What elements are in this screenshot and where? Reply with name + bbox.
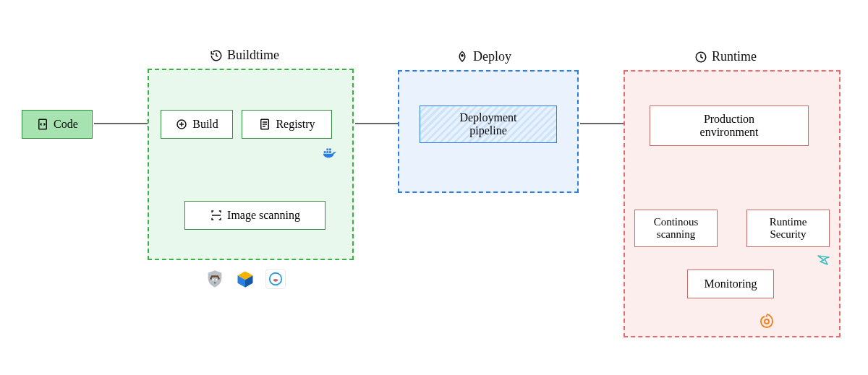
buildtime-panel — [148, 69, 354, 260]
deployment-pipeline-label: Deployment pipeline — [459, 111, 516, 138]
target-plus-icon — [175, 118, 188, 131]
continuous-scanning-node: Continous scanning — [634, 210, 718, 247]
registry-node-label: Registry — [276, 118, 315, 131]
runtime-security-node: Runtime Security — [746, 210, 830, 247]
code-file-icon — [36, 118, 49, 131]
deploy-label: Deploy — [456, 49, 511, 64]
svg-rect-19 — [326, 151, 328, 153]
list-file-icon — [258, 118, 271, 131]
cube-icon — [235, 269, 255, 289]
build-node: Build — [161, 110, 233, 139]
svg-point-30 — [275, 280, 276, 281]
svg-rect-20 — [329, 151, 331, 153]
deploy-label-text: Deploy — [473, 49, 511, 64]
code-node-label: Code — [54, 118, 78, 131]
grafana-icon — [758, 312, 775, 329]
image-scanning-node-label: Image scanning — [227, 209, 300, 222]
svg-point-24 — [213, 279, 214, 280]
runtime-security-label: Runtime Security — [770, 216, 807, 241]
history-icon — [210, 49, 223, 62]
svg-point-25 — [216, 279, 217, 280]
runtime-label: Runtime — [694, 49, 757, 64]
production-environment-node: Production environment — [650, 105, 809, 146]
scope-icon — [265, 269, 286, 289]
build-node-label: Build — [192, 118, 218, 131]
svg-point-8 — [461, 54, 463, 56]
production-environment-label: Production environment — [700, 113, 759, 139]
svg-rect-22 — [329, 149, 331, 151]
code-node: Code — [22, 110, 93, 139]
buildtime-label: Buildtime — [210, 48, 279, 63]
image-scanning-node: Image scanning — [184, 201, 326, 230]
deployment-pipeline-node: Deployment pipeline — [420, 105, 557, 143]
scan-icon — [210, 209, 223, 222]
docker-icon — [322, 145, 338, 160]
clock-icon — [694, 51, 707, 64]
runtime-label-text: Runtime — [712, 49, 757, 64]
buildtime-label-text: Buildtime — [227, 48, 279, 63]
continuous-scanning-label: Continous scanning — [654, 216, 699, 241]
svg-rect-18 — [324, 151, 326, 153]
svg-rect-21 — [326, 149, 328, 151]
monitoring-label: Monitoring — [705, 277, 757, 290]
svg-point-31 — [765, 319, 769, 324]
monitoring-node: Monitoring — [687, 270, 774, 298]
falco-icon — [816, 251, 833, 269]
registry-node: Registry — [242, 110, 332, 139]
dog-shield-icon — [205, 269, 225, 289]
rocket-icon — [456, 51, 469, 64]
